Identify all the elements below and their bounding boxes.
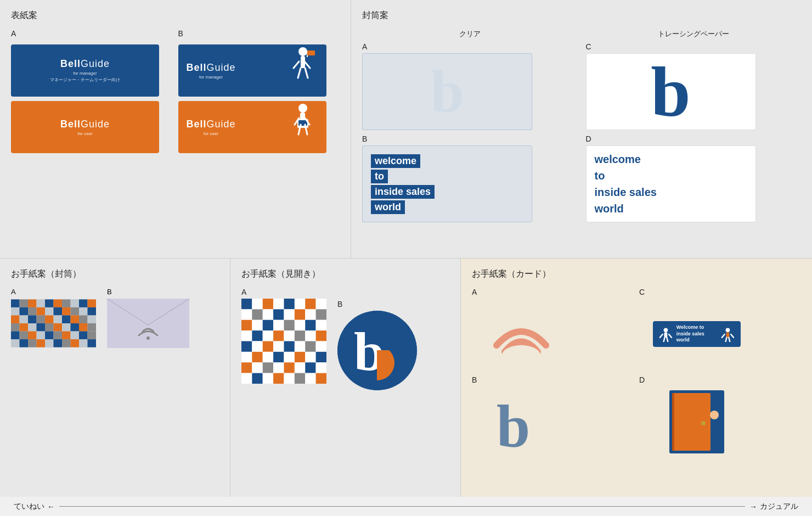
futo-plain-welcome: welcome to inside sales world <box>586 145 756 222</box>
svg-rect-126 <box>305 351 315 362</box>
ticket-welcome-to: Welcome to <box>676 324 704 330</box>
futo-b-wrapper: B welcome to inside sales world <box>362 134 578 222</box>
svg-rect-108 <box>284 330 295 341</box>
futo-a-wrapper: A b <box>362 42 578 130</box>
svg-line-157 <box>722 334 725 338</box>
svg-rect-156 <box>726 332 730 338</box>
ticket-text: Welcome to inside sales world <box>676 324 717 344</box>
svg-rect-139 <box>273 373 284 383</box>
svg-rect-110 <box>305 330 315 341</box>
svg-rect-64 <box>71 331 80 339</box>
svg-rect-125 <box>295 351 305 362</box>
otegami-futo-section: お手紙案（封筒） A <box>0 259 230 517</box>
svg-rect-49 <box>28 323 37 332</box>
envelope-a-item: A <box>11 288 96 348</box>
figure-flag <box>288 45 318 94</box>
plain-welcome-text: welcome to inside sales world <box>595 151 657 217</box>
card-b-label: B <box>472 375 477 384</box>
bottom-bar: ていねい ← → カジュアル <box>0 497 812 516</box>
svg-rect-118 <box>305 341 315 351</box>
svg-rect-122 <box>263 351 273 362</box>
futo-section: 封筒案 クリア A b B welcome <box>351 0 812 258</box>
svg-rect-23 <box>62 299 71 307</box>
mibiki-items: A <box>241 288 449 390</box>
brand-name-2: BellGuide <box>60 119 110 130</box>
svg-rect-38 <box>20 315 29 323</box>
svg-line-160 <box>729 337 730 341</box>
svg-line-159 <box>726 337 727 341</box>
svg-line-5 <box>304 61 310 68</box>
futo-b-label: B <box>362 134 578 143</box>
welcome-text-block: welcome to inside sales world <box>371 154 435 214</box>
welcome-line2: to <box>371 170 388 183</box>
svg-rect-96 <box>241 319 252 330</box>
svg-rect-51 <box>45 323 54 332</box>
welcome-line4: world <box>371 200 405 214</box>
svg-rect-65 <box>79 331 88 339</box>
col-tracing-header: トレーシングペーパー <box>586 29 802 39</box>
svg-rect-63 <box>62 331 71 339</box>
svg-rect-20 <box>37 299 46 307</box>
envelope-b-item: B <box>107 288 189 348</box>
svg-rect-127 <box>316 351 326 362</box>
svg-rect-93 <box>295 309 305 319</box>
welcome-ticket-container: Welcome to inside sales world <box>639 299 754 370</box>
b-logo-circle: b <box>337 311 417 390</box>
svg-rect-134 <box>305 362 315 373</box>
svg-rect-141 <box>295 373 305 383</box>
svg-line-154 <box>667 337 668 341</box>
svg-point-0 <box>298 47 307 56</box>
futo-clear-envelope: b <box>362 53 532 130</box>
svg-rect-89 <box>252 309 262 319</box>
svg-rect-44 <box>71 315 80 323</box>
otegami-card-title: お手紙案（カード） <box>472 268 801 280</box>
futo-d-label: D <box>586 134 802 143</box>
svg-rect-167 <box>710 419 718 430</box>
svg-line-152 <box>669 334 672 338</box>
svg-rect-143 <box>316 373 326 383</box>
b-card-svg: b <box>494 389 549 455</box>
svg-rect-136 <box>241 373 252 383</box>
hyoshi-grid: A BellGuide for manager マネージャー・チームリーダー向け… <box>11 29 340 153</box>
futo-main-grid: クリア A b B welcome to inside sales <box>362 29 801 222</box>
tagline-manager-1: マネージャー・チームリーダー向け <box>50 77 120 83</box>
svg-rect-121 <box>252 351 262 362</box>
svg-rect-21 <box>45 299 54 307</box>
cover-blue-figure: BellGuide for manager <box>178 44 326 97</box>
card-a-item: A <box>472 288 634 370</box>
svg-rect-50 <box>37 323 46 332</box>
plain-welcome-line2: to <box>595 170 605 182</box>
svg-rect-40 <box>37 315 46 323</box>
svg-rect-45 <box>79 315 88 323</box>
svg-rect-120 <box>241 351 252 362</box>
for-manager-2: for manager <box>187 75 236 80</box>
svg-rect-102 <box>305 319 315 330</box>
svg-rect-77 <box>107 299 189 348</box>
svg-rect-28 <box>20 307 29 315</box>
svg-rect-132 <box>284 362 295 373</box>
checkered-svg <box>11 299 96 348</box>
svg-rect-137 <box>252 373 262 383</box>
svg-rect-68 <box>20 339 29 347</box>
svg-rect-142 <box>305 373 315 383</box>
svg-rect-48 <box>20 323 29 332</box>
futo-a-label: A <box>362 42 578 51</box>
card-c-item: C Welcome to inside sal <box>639 288 801 370</box>
svg-rect-30 <box>37 307 46 315</box>
svg-rect-95 <box>316 309 326 319</box>
futo-right-col: トレーシングペーパー C b D welcome to inside <box>586 29 802 222</box>
brand-name-3: BellGuide <box>187 62 236 74</box>
svg-line-153 <box>664 337 665 341</box>
svg-rect-104 <box>241 330 252 341</box>
futo-c-label: C <box>586 42 802 51</box>
otegami-mibiki-title: お手紙案（見開き） <box>241 268 449 280</box>
welcome-ticket: Welcome to inside sales world <box>653 321 741 347</box>
ticket-figure <box>658 327 673 342</box>
svg-rect-107 <box>273 330 284 341</box>
svg-line-6 <box>298 68 301 78</box>
envelope-items: A <box>11 288 219 348</box>
svg-rect-76 <box>88 339 97 347</box>
svg-line-7 <box>305 68 308 78</box>
svg-rect-3 <box>307 51 315 55</box>
card-d-label: D <box>639 375 645 384</box>
